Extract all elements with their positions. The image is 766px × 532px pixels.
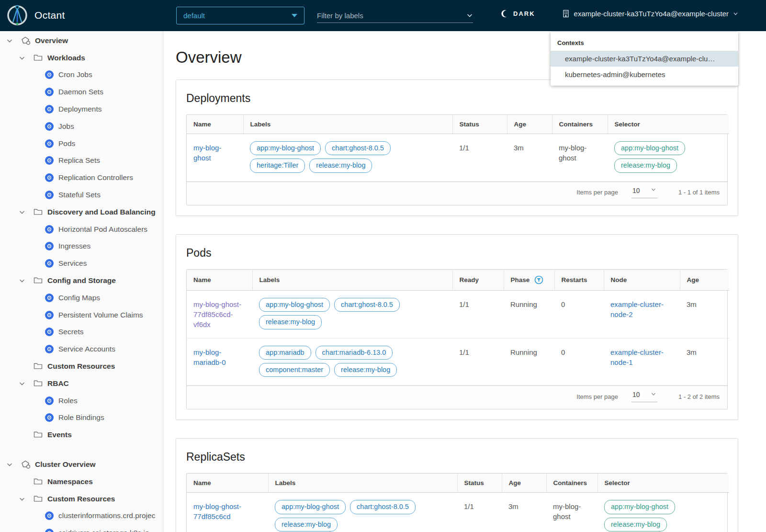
sidebar-item-roles[interactable]: Roles [0,392,163,409]
label-badge: release:my-blog [259,315,322,329]
sidebar-item-persistent-volume-claims[interactable]: Persistent Volume Claims [0,306,163,324]
folder-icon [34,477,43,486]
sidebar-item-services[interactable]: Services [0,255,163,272]
column-header-label: Restarts [562,276,587,283]
sidebar-item-replication-controllers[interactable]: Replication Controllers [0,169,163,186]
table-cell: app:my-blog-ghostchart:ghost-8.0.5releas… [252,290,452,338]
items-per-page-select[interactable]: 10 [631,187,657,198]
sidebar-item-stateful-sets[interactable]: Stateful Sets [0,186,163,204]
sidebar-item-namespaces[interactable]: Namespaces [0,473,163,490]
pagination-range: 1 - 1 of 1 items [678,189,720,196]
sidebar-item-custom-resources[interactable]: Custom Resources [0,358,163,375]
selectors-group: app:my-blog-ghostrelease:my-blog [604,498,722,532]
sidebar-item-role-bindings[interactable]: Role Bindings [0,409,163,427]
column-header-label: Age [509,479,521,487]
label-filter-input[interactable] [317,11,466,20]
table-cell: 1/1 [457,493,502,532]
sidebar-item-clusterinformations-crd-projec[interactable]: clusterinformations.crd.projec [0,508,163,525]
context-menu-item[interactable]: example-cluster-ka3TuTzYo4a@example-clu… [551,51,738,67]
card-replicasets: ReplicaSetsNameLabelsStatusAgeContainers… [176,438,738,532]
cluster-icon [562,10,570,18]
resource-link[interactable]: example-cluster-node-1 [610,344,673,367]
chevron-down-icon [651,187,656,194]
selector-badge: release:my-blog [604,518,667,532]
dark-theme-toggle[interactable]: DARK [501,10,535,18]
replicasets-table-wrapper: NameLabelsStatusAgeContainersSelectormy-… [186,473,728,532]
sidebar-item-overview[interactable]: Overview [0,32,163,49]
sidebar-item-label: Cron Jobs [58,70,92,79]
column-header-label: Phase [511,276,530,283]
sidebar-item-label: Ingresses [58,242,90,250]
sidebar-item-jobs[interactable]: Jobs [0,118,163,135]
table-cell: 0 [554,338,604,385]
sidebar-item-workloads[interactable]: Workloads [0,49,163,67]
chevron-down-icon[interactable] [6,37,13,45]
context-switcher[interactable]: example-cluster-ka3TuTzYo4a@example-clus… [562,10,738,18]
selector-badge: app:my-blog-ghost [614,141,685,155]
table-cell: 0 [554,290,604,338]
pods-table: NameLabelsReadyPhaseRestartsNodeAgemy-bl… [187,270,729,386]
sidebar-item-secrets[interactable]: Secrets [0,324,163,341]
label-badge: app:my-blog-ghost [259,298,330,312]
deployments-icon [45,105,54,113]
section-title: ReplicaSets [186,451,728,464]
chevron-down-icon[interactable] [18,54,26,62]
replication-controllers-icon [45,173,54,182]
resource-link[interactable]: my-blog-ghost [193,140,237,163]
filter-icon[interactable] [534,275,543,284]
column-header-restarts: Restarts [554,270,604,291]
resource-link[interactable]: example-cluster-node-2 [610,296,673,319]
resource-link[interactable]: my-blog-mariadb-0 [193,344,246,367]
sidebar-item-events[interactable]: Events [0,426,163,443]
contexts-dropdown: Contexts example-cluster-ka3TuTzYo4a@exa… [551,32,738,86]
sidebar-item-discovery-and-load-balancing[interactable]: Discovery and Load Balancing [0,204,163,221]
chevron-down-icon[interactable] [6,461,13,468]
sidebar-item-label: RBAC [47,379,69,388]
namespace-select[interactable]: default [176,7,304,24]
sidebar-item-cron-jobs[interactable]: Cron Jobs [0,67,163,84]
sidebar-item-cluster-overview[interactable]: Cluster Overview [0,456,163,473]
column-header-containers: Containers [552,115,608,134]
label-badge: chart:ghost-8.0.5 [334,298,400,312]
sidebar-item-deployments[interactable]: Deployments [0,101,163,118]
sidebar-item-config-maps[interactable]: Config Maps [0,289,163,306]
sidebar-item-replica-sets[interactable]: Replica Sets [0,152,163,170]
column-header-label: Labels [250,121,271,128]
folder-icon [34,430,43,439]
sidebar-item-rbac[interactable]: RBAC [0,375,163,392]
sidebar-item-label: Jobs [58,122,74,131]
chevron-down-icon[interactable] [18,380,26,387]
items-per-page-value: 10 [632,391,640,398]
sidebar-item-config-and-storage[interactable]: Config and Storage [0,272,163,289]
chevron-down-icon[interactable] [466,12,473,19]
chevron-down-icon[interactable] [18,495,26,503]
sidebar-item-horizontal-pod-autoscalers[interactable]: Horizontal Pod Autoscalers [0,221,163,238]
column-header-containers: Containers [546,474,597,493]
ingresses-icon [45,242,54,250]
items-per-page-select[interactable]: 10 [631,391,657,402]
sidebar-item-pods[interactable]: Pods [0,135,163,152]
context-label: example-cluster-ka3TuTzYo4a@example-clus… [574,10,729,18]
custom-resource-icon [45,529,54,532]
sidebar-item-label: Persistent Volume Claims [58,311,143,319]
sidebar-item-label: Cluster Overview [35,460,96,469]
resource-link[interactable]: my-blog-ghost-77df85c6cd-vf6dx [193,296,246,329]
sidebar-item-custom-resources[interactable]: Custom Resources [0,490,163,508]
column-header-label: Containers [553,479,587,487]
sidebar-item-label: Overview [35,36,68,45]
stateful-sets-icon [45,191,54,199]
sidebar-item-csidrivers-csi-storage-k8s-io[interactable]: csidrivers.csi.storage.k8s.io [0,524,163,532]
roles-icon [45,396,54,405]
sidebar-item-ingresses[interactable]: Ingresses [0,238,163,255]
chevron-down-icon[interactable] [18,208,26,216]
pods-table-wrapper: NameLabelsReadyPhaseRestartsNodeAgemy-bl… [186,269,728,410]
sidebar-item-label: Service Accounts [58,345,115,353]
sidebar-item-daemon-sets[interactable]: Daemon Sets [0,83,163,101]
replicasets-table: NameLabelsStatusAgeContainersSelectormy-… [187,474,729,532]
items-per-page-label: Items per page [576,189,618,196]
chevron-down-icon[interactable] [18,277,26,284]
context-menu-item[interactable]: kubernetes-admin@kubernetes [551,67,738,82]
resource-link[interactable]: my-blog-ghost-77df85c6cd [193,498,261,521]
sidebar-item-label: Custom Resources [47,495,115,503]
sidebar-item-service-accounts[interactable]: Service Accounts [0,340,163,358]
